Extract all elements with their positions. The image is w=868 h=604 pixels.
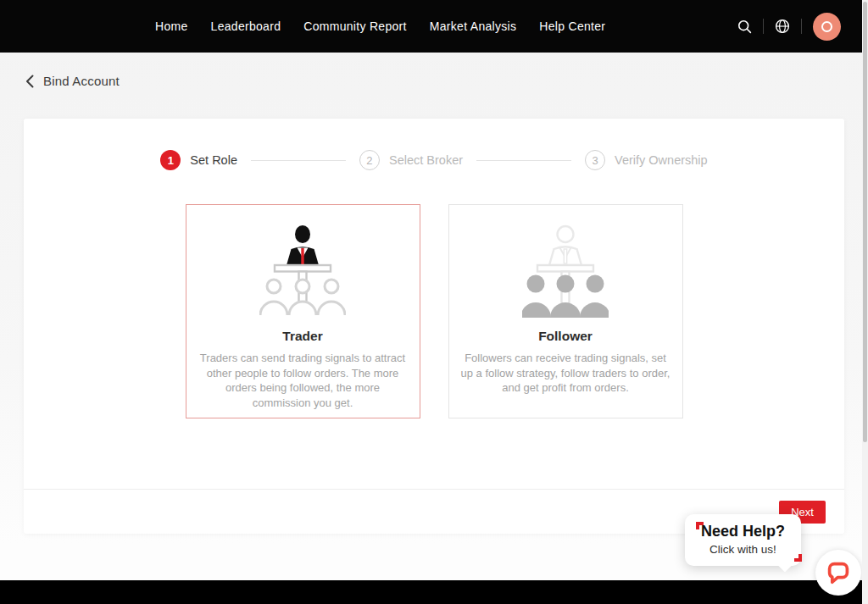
role-card-follower[interactable]: Follower Followers can receive trading s… <box>448 204 683 418</box>
nav-item-leaderboard[interactable]: Leaderboard <box>211 19 281 33</box>
search-icon[interactable] <box>737 19 752 34</box>
tooltip-tail <box>778 558 793 573</box>
chevron-left-icon <box>25 75 34 88</box>
step-3-label: Verify Ownership <box>615 153 708 167</box>
livechat-bubble-icon <box>825 559 852 586</box>
nav-divider <box>763 19 764 34</box>
page-footer <box>0 580 868 604</box>
red-corner-bracket-icon <box>696 522 704 529</box>
live-chat-button[interactable] <box>815 550 861 596</box>
help-tooltip-subtitle: Click with us! <box>685 543 801 556</box>
nav-item-help-center[interactable]: Help Center <box>539 19 605 33</box>
role-title-trader: Trader <box>186 329 420 344</box>
step-2-label: Select Broker <box>389 153 463 167</box>
need-help-tooltip[interactable]: Need Help? Click with us! <box>685 514 801 566</box>
stepper-connector <box>476 160 571 161</box>
page-title: Bind Account <box>43 74 120 88</box>
panel-footer-divider <box>24 489 844 490</box>
stepper-connector <box>251 160 346 161</box>
role-description-trader: Traders can send trading signals to attr… <box>196 351 409 410</box>
nav-item-market-analysis[interactable]: Market Analysis <box>430 19 517 33</box>
nav-item-community-report[interactable]: Community Report <box>303 19 407 33</box>
scrollbar-track <box>862 0 868 604</box>
top-navbar: Home Leaderboard Community Report Market… <box>0 0 868 53</box>
back-button[interactable]: Bind Account <box>25 74 120 88</box>
step-select-broker: 2 Select Broker <box>359 150 463 170</box>
step-set-role: 1 Set Role <box>160 150 237 170</box>
bind-account-panel: 1 Set Role 2 Select Broker 3 Verify Owne… <box>24 119 844 534</box>
step-verify-ownership: 3 Verify Ownership <box>585 150 708 170</box>
role-title-follower: Follower <box>449 329 682 344</box>
stepper: 1 Set Role 2 Select Broker 3 Verify Owne… <box>24 119 844 170</box>
step-1-indicator: 1 <box>160 150 181 170</box>
role-card-trader[interactable]: Trader Traders can send trading signals … <box>186 204 420 418</box>
role-description-follower: Followers can receive trading signals, s… <box>459 351 672 396</box>
nav-item-home[interactable]: Home <box>155 19 188 33</box>
step-3-indicator: 3 <box>585 150 605 170</box>
nav-divider <box>801 19 802 34</box>
trader-at-podium-icon <box>186 223 420 318</box>
followers-audience-icon <box>449 223 682 318</box>
scrollbar-thumb[interactable] <box>863 2 867 442</box>
red-corner-bracket-icon <box>794 554 802 562</box>
avatar-ring <box>821 21 832 32</box>
step-2-indicator: 2 <box>359 150 380 170</box>
globe-icon[interactable] <box>775 19 790 34</box>
nav-links: Home Leaderboard Community Report Market… <box>155 0 605 53</box>
role-cards-row: Trader Traders can send trading signals … <box>24 204 844 418</box>
user-avatar[interactable] <box>813 13 841 41</box>
step-1-label: Set Role <box>190 153 237 167</box>
nav-right-tools <box>737 0 841 53</box>
